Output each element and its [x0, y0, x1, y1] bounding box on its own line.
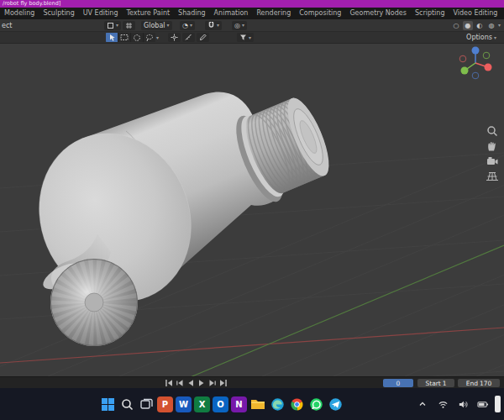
box-select-button[interactable]	[118, 33, 131, 42]
blender-window: /robot fly body.blend] Modeling Sculptin…	[0, 0, 504, 420]
chevron-down-icon: ▾	[242, 23, 244, 28]
chevron-down-icon: ▾	[217, 23, 219, 28]
workspace-tab[interactable]: Modeling	[0, 8, 39, 19]
gizmo-neg-z-axis[interactable]	[472, 72, 479, 79]
viewport-canvas[interactable]	[0, 44, 504, 376]
gizmo-z-axis[interactable]	[472, 47, 480, 55]
falloff-dropdown[interactable]: ◔ ▾	[180, 21, 195, 30]
workspace-tab[interactable]: Video Editing	[449, 8, 501, 19]
shading-dropdown-icon[interactable]: ▾	[498, 23, 501, 28]
solid-shading-icon[interactable]: ●	[463, 21, 473, 30]
options-dropdown[interactable]: Options ▾	[464, 33, 499, 42]
tool-settings-bar: ▾ ▾ Options ▾	[0, 32, 504, 44]
bottle-model[interactable]	[13, 92, 337, 346]
whatsapp-icon[interactable]	[307, 396, 324, 412]
zoom-icon[interactable]	[486, 124, 499, 138]
current-frame-field[interactable]: 0	[383, 379, 413, 387]
jump-to-start-button[interactable]	[165, 379, 173, 387]
file-explorer-icon[interactable]	[249, 396, 266, 412]
proportional-editing-icon[interactable]: ◎ ▾	[232, 21, 247, 30]
workspace-tab[interactable]: Geometry Nodes	[345, 8, 410, 19]
workspace-tab-bar: Modeling Sculpting UV Editing Texture Pa…	[0, 8, 504, 19]
workspace-tab[interactable]: Rendering	[252, 8, 295, 19]
gizmo-neg-x-axis[interactable]	[459, 55, 466, 62]
gizmo-x-axis[interactable]	[485, 64, 492, 71]
circle-select-button[interactable]	[131, 33, 144, 42]
task-view-icon[interactable]	[138, 396, 155, 412]
frame-start-field[interactable]: Start1	[417, 379, 454, 387]
battery-icon[interactable]	[475, 396, 491, 412]
tray-chevron-icon[interactable]	[414, 396, 431, 412]
onenote-icon[interactable]: N	[231, 396, 247, 412]
next-keyframe-button[interactable]	[208, 379, 217, 387]
system-tray	[414, 388, 501, 420]
chevron-down-icon: ▾	[494, 35, 496, 40]
lasso-select-button[interactable]	[144, 33, 155, 42]
chrome-icon[interactable]	[288, 396, 305, 412]
window-title: /robot fly body.blend]	[3, 0, 60, 7]
viewport-header: ect ▾ Global ▾ ◔ ▾ ▾	[0, 19, 504, 32]
jump-to-end-button[interactable]	[219, 379, 228, 387]
rendered-preview-icon[interactable]: ◍	[486, 21, 496, 30]
material-preview-icon[interactable]: ◐	[475, 21, 485, 30]
workspace-tab[interactable]: Compositing	[295, 8, 345, 19]
select-tool-dropdown[interactable]: ▾	[156, 35, 159, 40]
excel-icon[interactable]: X	[194, 396, 210, 412]
truncated-menu-text: ect	[2, 19, 12, 31]
workspace-tab[interactable]: Animation	[210, 8, 253, 19]
volume-icon[interactable]	[454, 396, 471, 412]
editor-grid-icon[interactable]	[123, 21, 135, 30]
edge-icon[interactable]	[269, 396, 286, 412]
workspace-tab[interactable]: Sculpting	[39, 8, 78, 19]
chevron-down-icon: ▾	[167, 23, 170, 28]
windows-start-icon[interactable]	[99, 396, 116, 412]
search-icon[interactable]	[118, 396, 135, 412]
window-titlebar: /robot fly body.blend]	[0, 0, 504, 8]
workspace-tab[interactable]: Shading	[174, 8, 210, 19]
pan-hand-icon[interactable]	[486, 139, 499, 153]
cursor-tool-button[interactable]	[168, 33, 181, 42]
network-icon[interactable]	[434, 396, 451, 412]
tweak-select-button[interactable]	[106, 33, 118, 42]
perspective-icon[interactable]	[486, 170, 499, 183]
workspace-tab[interactable]: UV Editing	[79, 8, 123, 19]
chevron-down-icon: ▾	[249, 35, 251, 40]
powerpoint-icon[interactable]: P	[157, 396, 173, 412]
gizmo-y-axis[interactable]	[461, 67, 469, 75]
snap-magnet-icon[interactable]: ▾	[205, 21, 222, 30]
ribbed-disc[interactable]	[50, 259, 138, 346]
gizmo-neg-y-axis[interactable]	[483, 52, 490, 59]
frame-end-field[interactable]: End170	[458, 379, 500, 387]
play-reverse-button[interactable]	[186, 379, 195, 387]
chevron-down-icon: ▾	[190, 23, 192, 28]
playback-controls	[165, 379, 228, 387]
transform-orientation-dropdown[interactable]: Global ▾	[141, 21, 172, 30]
workspace-tab[interactable]: Texture Paint	[122, 8, 174, 19]
outlook-icon[interactable]: O	[213, 396, 228, 412]
viewport-3d[interactable]	[0, 44, 504, 376]
navigation-gizmo[interactable]	[456, 44, 495, 82]
workspace-tab[interactable]: Scripting	[411, 8, 449, 19]
notification-panel-icon[interactable]	[495, 396, 501, 412]
previous-keyframe-button[interactable]	[176, 379, 184, 387]
play-button[interactable]	[197, 379, 206, 387]
object-mode-dropdown[interactable]: ▾	[104, 21, 121, 30]
wireframe-shading-icon[interactable]: ○	[451, 21, 461, 30]
camera-view-icon[interactable]	[486, 155, 499, 168]
word-icon[interactable]: W	[176, 396, 192, 412]
annotate-tool-button[interactable]	[197, 33, 209, 42]
timeline-bar: 0 Start1 End170	[0, 376, 504, 389]
measure-tool-button[interactable]	[182, 33, 195, 42]
telegram-icon[interactable]	[327, 396, 344, 412]
taskbar-apps: P W X O N	[99, 396, 344, 412]
chevron-down-icon: ▾	[116, 23, 118, 28]
windows-taskbar: P W X O N	[0, 388, 504, 420]
filter-dropdown[interactable]: ▾	[237, 33, 254, 42]
